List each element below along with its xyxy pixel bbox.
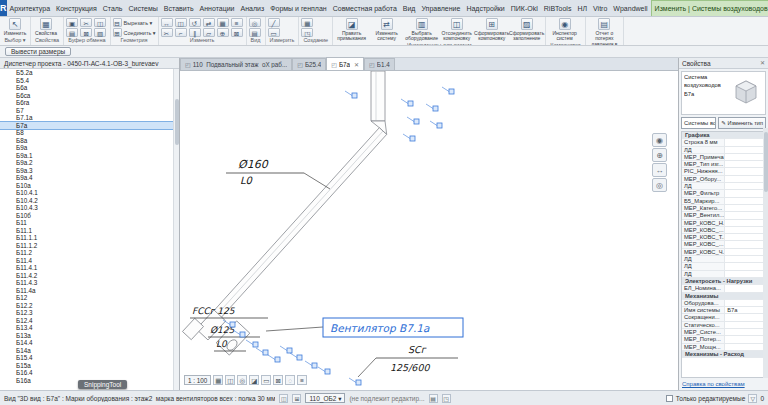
hide-element-icon[interactable]: ◎ [249,18,261,27]
browser-view-item[interactable]: Б15а [0,362,173,370]
property-value[interactable] [725,183,765,189]
visibility-icon[interactable]: ▤ [249,28,261,37]
properties-scrollbar[interactable] [763,128,768,378]
cut-geometry-button[interactable]: ⊟Вырезать ▾ [113,18,156,27]
fan-name-label[interactable]: Вентилятор В7.1а [330,322,430,335]
sun-path-icon[interactable]: ◎ [237,375,247,385]
detail-level-icon[interactable]: ▦ [213,375,223,385]
duct-length-label[interactable]: L0 [240,175,254,186]
annotation-tag[interactable] [263,350,268,355]
property-value[interactable] [725,234,765,240]
browser-view-item[interactable]: Б11.4.2 [0,272,173,280]
browser-view-item[interactable]: Б5.2а [0,69,173,77]
ribbon-tab[interactable]: ПИК-Okl [508,0,541,16]
browser-view-item[interactable]: Б11 [0,219,173,227]
ribbon-tab[interactable]: Совместная работа [330,0,400,16]
browser-view-item[interactable]: Б11.1 [0,227,173,235]
ribbon-tab[interactable]: Вставить [161,0,197,16]
annotation-tag[interactable] [240,332,245,337]
properties-help-link[interactable]: Справка по свойствам [679,378,768,390]
visual-style-icon[interactable]: ◫ [225,375,235,385]
join-geometry-button[interactable]: ⊞Соединить ▾ [113,28,156,37]
paint-icon[interactable]: ▧ [94,28,106,37]
exclude-options-icon[interactable]: ◳ [442,394,451,403]
edit-adjoining-button[interactable]: ◪Править примыкания [335,18,368,42]
drawing-canvas[interactable]: Ø160 L0 FCCг 125 Ø125 L0 Вентилятор В7.1… [180,71,678,390]
browser-view-item[interactable]: Б9а.4 [0,174,173,182]
browser-view-item[interactable]: Б11.4.1 [0,264,173,272]
editable-only-checkbox[interactable] [666,395,673,402]
measure-icon[interactable]: ╱ [268,18,280,27]
create-similar-icon[interactable]: ◳ [301,28,313,37]
links-icon[interactable]: ⊞ [292,394,301,403]
steering-wheel-icon[interactable]: ◉ [652,133,667,147]
close-view-icon[interactable]: ✕ [354,61,359,68]
isolate-icon[interactable]: ≡ [297,375,307,385]
browser-view-item[interactable]: Б10.4.3 [0,204,173,212]
view-tab[interactable]: ◰Б1.4 [364,58,395,70]
browser-view-item[interactable]: Б7.1а [0,114,173,122]
trim-icon[interactable]: ⌐ [175,28,187,37]
filter-icon[interactable]: ▽ [748,394,757,403]
ribbon-tab[interactable]: RiBTools [541,0,575,16]
property-value[interactable] [725,161,765,167]
browser-view-item[interactable]: Б10б [0,212,173,220]
property-value[interactable] [725,168,765,174]
edit-system-button[interactable]: ⇄Изменить систему [370,18,403,42]
browser-view-item[interactable]: Б8а [0,137,173,145]
ribbon-tab[interactable]: Надстройки [463,0,507,16]
property-value[interactable] [725,147,765,153]
property-value[interactable] [725,227,765,233]
browser-view-item[interactable]: Б11.2 [0,249,173,257]
browser-view-item[interactable]: Б8 [0,129,173,137]
fan-model-label[interactable]: FCCг 125 [192,306,236,316]
browser-view-item[interactable]: Б6га [0,99,173,107]
orbit-icon[interactable]: ◎ [652,178,667,192]
worksets-icon[interactable]: ◫ [279,394,288,403]
annotation-tag[interactable] [287,348,292,353]
active-workset-dropdown[interactable]: 110_ОБ2 ▾ [305,393,345,403]
browser-view-item[interactable]: Б6са [0,92,173,100]
system-inspector-button[interactable]: ◉Инспектор систем [548,18,581,42]
browser-view-item[interactable]: Б9а.2 [0,159,173,167]
close-panel-icon[interactable]: ✕ [760,58,765,68]
annotation-tag[interactable] [230,322,235,327]
property-value[interactable] [725,190,765,196]
generate-placeholder-button[interactable]: ▨Сформировать заполнение [510,18,543,42]
design-options-icon[interactable]: ▤ [429,394,438,403]
cut-icon[interactable]: ✂ [80,18,92,27]
annotation-tag[interactable] [414,119,419,124]
select-equipment-button[interactable]: ▥Выбрать оборудование [405,18,438,42]
ribbon-tab[interactable]: Архитектура [7,0,54,16]
property-value[interactable] [725,176,765,182]
copy-element-icon[interactable]: ◫ [175,18,187,27]
browser-view-item[interactable]: Б10а [0,182,173,190]
property-value[interactable] [725,212,765,218]
property-value[interactable] [725,263,765,269]
browser-view-item[interactable]: Б7 [0,107,173,115]
browser-view-item[interactable]: Б16.4 [0,369,173,377]
modify-tool-button[interactable]: ↖Изменить [2,18,28,36]
property-value[interactable] [725,322,765,328]
fan-length-label[interactable]: L0 [216,339,228,349]
property-value[interactable] [725,154,765,160]
property-category[interactable]: Механизмы [682,293,765,300]
crop-region-icon[interactable]: ⊠ [273,375,283,385]
ribbon-tab[interactable]: Анализ [238,0,268,16]
property-value[interactable] [725,336,765,342]
array-icon[interactable]: ▦ [217,18,229,27]
pressure-loss-report-button[interactable]: ▤Отчет о потерях давления в воздуховоде [588,18,621,46]
annotation-tag[interactable] [275,357,280,362]
grille-code-label[interactable]: SCг [408,344,427,355]
browser-view-item[interactable]: Б10.4.2 [0,197,173,205]
browser-view-item[interactable]: Б11.4а [0,287,173,295]
view-tab[interactable]: ◰Б25.4 [292,58,326,70]
ribbon-tab[interactable]: Вид [400,0,419,16]
property-category[interactable]: Графика [682,132,765,139]
zoom-icon[interactable]: ⊕ [652,148,667,162]
browser-view-item[interactable]: Б12.2 [0,302,173,310]
annotation-tag[interactable] [437,123,442,128]
shadows-icon[interactable]: ◪ [249,375,259,385]
annotation-tag[interactable] [325,369,330,374]
browser-view-item[interactable]: Б9а.3 [0,167,173,175]
